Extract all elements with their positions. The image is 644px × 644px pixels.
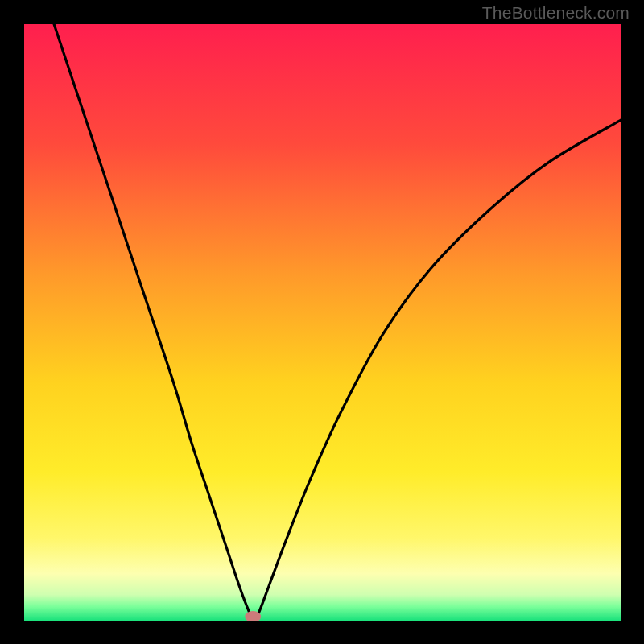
minimum-marker bbox=[245, 611, 261, 622]
plot-gradient-background bbox=[24, 24, 621, 621]
chart-svg bbox=[0, 0, 644, 644]
watermark-text: TheBottleneck.com bbox=[482, 3, 630, 23]
